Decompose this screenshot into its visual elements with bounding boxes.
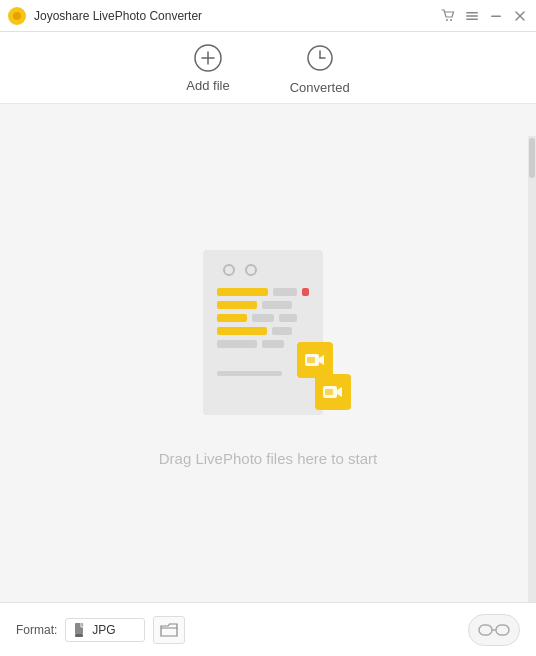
doc-line-yellow-1 — [217, 288, 268, 296]
svg-rect-3 — [466, 15, 478, 17]
drag-drop-text: Drag LivePhoto files here to start — [159, 450, 377, 467]
folder-icon — [160, 622, 178, 638]
window-title: Joyoshare LivePhoto Converter — [34, 9, 440, 23]
window-controls — [440, 8, 528, 24]
svg-rect-19 — [75, 634, 83, 637]
convert-button[interactable] — [468, 614, 520, 646]
format-file-icon — [72, 622, 88, 638]
illustration — [193, 240, 343, 430]
doc-line-yellow-4 — [217, 327, 267, 335]
doc-line-gray-8 — [217, 371, 282, 376]
svg-point-1 — [450, 19, 452, 21]
video-icon-2 — [315, 374, 351, 410]
folder-button[interactable] — [153, 616, 185, 644]
doc-line-gray-7 — [262, 340, 284, 348]
video-icon-1 — [297, 342, 333, 378]
doc-line-gray-4 — [279, 314, 297, 322]
converted-button[interactable]: Converted — [290, 40, 350, 95]
bottom-bar: Format: JPG — [0, 602, 536, 656]
converted-icon — [302, 40, 338, 76]
doc-line-yellow-2 — [217, 301, 257, 309]
doc-circle-1 — [223, 264, 235, 276]
doc-line-gray-3 — [252, 314, 274, 322]
doc-line-gray-2 — [262, 301, 292, 309]
title-bar: Joyoshare LivePhoto Converter — [0, 0, 536, 32]
add-file-icon — [192, 42, 224, 74]
cart-icon[interactable] — [440, 8, 456, 24]
svg-rect-21 — [496, 625, 509, 635]
converted-label: Converted — [290, 80, 350, 95]
convert-icon — [478, 621, 510, 639]
add-file-button[interactable]: Add file — [186, 42, 229, 93]
menu-icon[interactable] — [464, 8, 480, 24]
doc-line-red-1 — [302, 288, 309, 296]
doc-line-gray-6 — [217, 340, 257, 348]
svg-rect-5 — [491, 15, 501, 17]
doc-line-gray-5 — [272, 327, 292, 335]
scrollbar-thumb — [529, 138, 535, 178]
toolbar: Add file Converted — [0, 32, 536, 104]
doc-line-yellow-3 — [217, 314, 247, 322]
svg-rect-15 — [307, 357, 315, 363]
doc-circle-2 — [245, 264, 257, 276]
doc-paper — [203, 250, 323, 415]
format-value: JPG — [92, 623, 115, 637]
svg-point-0 — [446, 19, 448, 21]
svg-rect-20 — [479, 625, 492, 635]
logo-inner — [13, 12, 21, 20]
main-content: Drag LivePhoto files here to start — [0, 104, 536, 602]
app-logo — [8, 7, 26, 25]
add-file-label: Add file — [186, 78, 229, 93]
format-input[interactable]: JPG — [65, 618, 145, 642]
svg-rect-2 — [466, 12, 478, 14]
doc-circles — [203, 250, 323, 282]
format-label: Format: — [16, 623, 57, 637]
scrollbar[interactable] — [528, 136, 536, 656]
svg-rect-4 — [466, 18, 478, 20]
svg-rect-17 — [325, 389, 333, 395]
doc-line-gray-1 — [273, 288, 296, 296]
minimize-icon[interactable] — [488, 8, 504, 24]
close-icon[interactable] — [512, 8, 528, 24]
